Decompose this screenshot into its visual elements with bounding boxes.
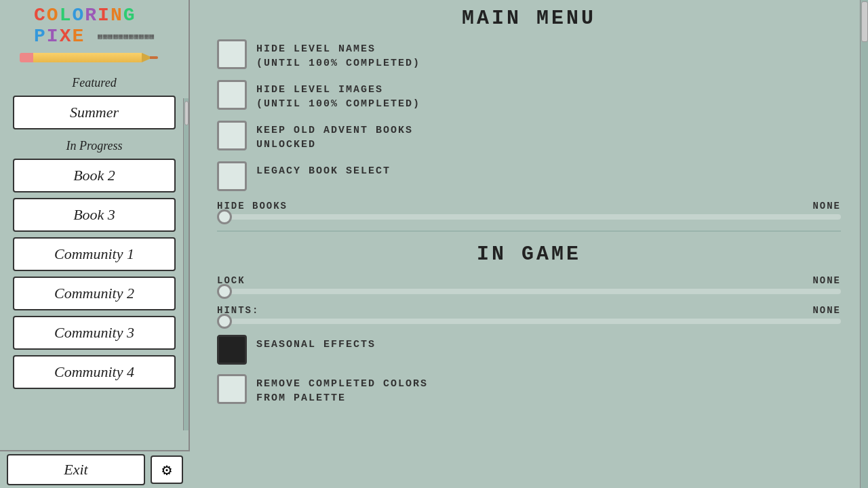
lock-thumb[interactable]: [217, 284, 232, 299]
lock-value: NONE: [812, 275, 841, 286]
hide-level-images-label: HIDE LEVEL IMAGES (UNTIL 100% COMPLETED): [256, 80, 420, 111]
logo: COLORING PIXE ▦▦▦▦▦▦▦▦▦▦▦: [34, 5, 155, 47]
seasonal-effects-checkbox[interactable]: [217, 335, 247, 365]
sidebar: COLORING PIXE ▦▦▦▦▦▦▦▦▦▦▦ Featured Summe…: [0, 0, 190, 488]
seasonal-effects-label: SEASONAL EFFECTS: [256, 335, 376, 352]
hide-level-images-checkbox[interactable]: [217, 80, 247, 110]
sidebar-scroll: Featured Summer In Progress Book 2 Book …: [0, 69, 189, 488]
hide-books-slider-row: HIDE BOOKS NONE: [217, 201, 841, 220]
featured-summer-btn[interactable]: Summer: [13, 96, 176, 129]
featured-label: Featured: [72, 76, 116, 90]
main-content: MAIN MENU HIDE LEVEL NAMES (UNTIL 100% C…: [190, 0, 868, 488]
scroll-thumb[interactable]: [184, 101, 189, 125]
hide-level-names-label: HIDE LEVEL NAMES (UNTIL 100% COMPLETED): [256, 39, 420, 70]
exit-button[interactable]: Exit: [7, 454, 145, 485]
hide-books-track[interactable]: [217, 214, 841, 220]
legacy-book-label: LEGACY BOOK SELECT: [256, 161, 391, 178]
community2-btn[interactable]: Community 2: [13, 277, 176, 310]
bottom-bar: Exit ⚙: [0, 450, 190, 488]
hide-level-names-checkbox[interactable]: [217, 39, 247, 69]
remove-completed-colors-row: REMOVE COMPLETED COLORS FROM PALETTE: [217, 374, 841, 405]
hints-thumb[interactable]: [217, 314, 232, 329]
keep-advent-books-checkbox[interactable]: [217, 121, 247, 150]
main-scroll-thumb[interactable]: [861, 1, 868, 42]
hints-slider-row: HINTS: NONE: [217, 305, 841, 324]
seasonal-effects-row: SEASONAL EFFECTS: [217, 335, 841, 365]
keep-advent-books-row: KEEP OLD ADVENT BOOKS UNLOCKED: [217, 121, 841, 152]
in-game-title: IN GAME: [217, 243, 841, 266]
community3-btn[interactable]: Community 3: [13, 316, 176, 350]
legacy-book-checkbox[interactable]: [217, 161, 247, 191]
lock-track[interactable]: [217, 289, 841, 294]
keep-advent-books-label: KEEP OLD ADVENT BOOKS UNLOCKED: [256, 121, 413, 152]
section-divider: [217, 230, 841, 232]
main-scrollbar[interactable]: [860, 0, 868, 488]
logo-area: COLORING PIXE ▦▦▦▦▦▦▦▦▦▦▦: [0, 0, 189, 69]
hide-level-images-row: HIDE LEVEL IMAGES (UNTIL 100% COMPLETED): [217, 80, 841, 111]
hide-books-thumb[interactable]: [217, 209, 232, 224]
gear-icon: ⚙: [162, 460, 172, 480]
hide-books-value: NONE: [812, 201, 841, 211]
book2-btn[interactable]: Book 2: [13, 159, 176, 192]
hide-level-names-row: HIDE LEVEL NAMES (UNTIL 100% COMPLETED): [217, 39, 841, 70]
book3-btn[interactable]: Book 3: [13, 198, 176, 232]
remove-completed-colors-checkbox[interactable]: [217, 374, 247, 404]
legacy-book-row: LEGACY BOOK SELECT: [217, 161, 841, 191]
community4-btn[interactable]: Community 4: [13, 355, 176, 389]
in-progress-label: In Progress: [66, 139, 122, 153]
remove-completed-colors-label: REMOVE COMPLETED COLORS FROM PALETTE: [256, 374, 428, 405]
hints-track[interactable]: [217, 319, 841, 324]
settings-button[interactable]: ⚙: [151, 455, 183, 484]
scroll-track[interactable]: [183, 98, 189, 430]
hints-value: NONE: [812, 305, 841, 316]
lock-slider-row: LOCK NONE: [217, 275, 841, 294]
main-menu-title: MAIN MENU: [217, 7, 841, 30]
community1-btn[interactable]: Community 1: [13, 237, 176, 271]
